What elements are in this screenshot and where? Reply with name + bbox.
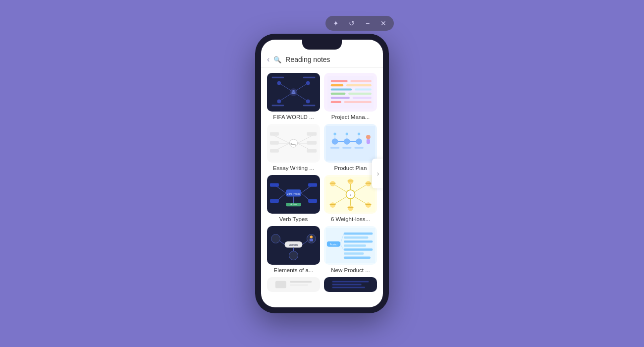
svg-point-49 <box>366 135 371 139</box>
chevron-right-icon: › <box>377 170 379 177</box>
svg-rect-17 <box>351 80 372 82</box>
title-bar: ✦ ↺ − ✕ <box>325 16 394 31</box>
svg-point-10 <box>306 100 310 104</box>
svg-point-53 <box>358 132 360 135</box>
list-item[interactable] <box>267 277 320 294</box>
svg-rect-93 <box>365 204 372 205</box>
svg-rect-20 <box>331 88 352 90</box>
svg-rect-121 <box>290 284 308 286</box>
card-label-essay: Essay Writing ... <box>267 165 320 171</box>
new-product-diagram: Product <box>326 228 375 263</box>
svg-rect-110 <box>344 236 368 238</box>
minimize-icon[interactable]: − <box>363 19 372 28</box>
svg-rect-113 <box>344 248 373 250</box>
svg-rect-38 <box>307 132 317 136</box>
svg-rect-36 <box>270 149 279 153</box>
weight-diagram: 1 <box>326 177 375 212</box>
list-item[interactable]: Elements <box>267 226 320 273</box>
svg-rect-42 <box>307 149 317 153</box>
fifa-diagram <box>267 73 320 112</box>
star-icon[interactable]: ✦ <box>331 19 340 28</box>
svg-rect-66 <box>270 199 279 203</box>
list-item[interactable]: Project Mana... <box>324 73 377 120</box>
svg-rect-123 <box>332 281 369 283</box>
svg-rect-91 <box>347 180 354 181</box>
svg-point-8 <box>306 81 310 85</box>
svg-rect-70 <box>308 199 317 203</box>
card-label-new-product: New Product ... <box>324 267 377 273</box>
svg-text:Action: Action <box>290 203 297 206</box>
window-container: ✦ ↺ − ✕ › ‹ 🔍 Reading notes <box>255 34 389 313</box>
card-thumbnail-project <box>324 73 377 112</box>
close-icon[interactable]: ✕ <box>379 19 388 28</box>
svg-rect-13 <box>272 105 284 106</box>
list-item[interactable]: Product Plan <box>324 124 377 171</box>
svg-rect-14 <box>303 105 315 106</box>
card-thumbnail-essay: Essay <box>267 124 320 163</box>
svg-rect-94 <box>347 207 354 208</box>
svg-rect-34 <box>270 141 279 145</box>
svg-point-82 <box>366 181 371 186</box>
svg-rect-21 <box>355 88 372 90</box>
svg-rect-111 <box>344 240 373 242</box>
svg-point-86 <box>348 179 353 184</box>
svg-point-88 <box>348 205 353 211</box>
search-bar: ‹ 🔍 Reading notes <box>261 52 383 68</box>
list-item[interactable]: Product <box>324 226 377 273</box>
card-thumbnail-elements: Elements <box>267 226 320 265</box>
svg-rect-32 <box>270 132 279 136</box>
svg-rect-25 <box>353 97 372 99</box>
svg-text:Verb Types: Verb Types <box>287 192 300 195</box>
svg-text:Elements: Elements <box>289 244 298 246</box>
history-icon[interactable]: ↺ <box>347 19 356 28</box>
card-thumbnail-fifa <box>267 73 320 112</box>
scroll-indicator[interactable]: › <box>372 159 383 188</box>
svg-rect-22 <box>331 93 346 95</box>
list-item[interactable] <box>324 277 377 294</box>
svg-rect-40 <box>307 141 317 145</box>
svg-rect-119 <box>275 281 286 289</box>
svg-point-51 <box>333 132 336 135</box>
svg-rect-18 <box>331 84 343 86</box>
card-label-weight: 6 Weight-loss... <box>324 216 377 222</box>
list-item[interactable]: 1 <box>324 175 377 222</box>
card-thumbnail-verb: Verb Types <box>267 175 320 214</box>
svg-rect-124 <box>332 284 362 286</box>
card-thumbnail-weight: 1 <box>324 175 377 214</box>
svg-rect-102 <box>310 239 313 241</box>
svg-rect-11 <box>272 77 284 78</box>
svg-rect-68 <box>308 183 317 187</box>
back-button[interactable]: ‹ <box>267 56 269 63</box>
svg-rect-27 <box>344 101 372 103</box>
svg-point-9 <box>277 100 281 104</box>
svg-point-46 <box>344 138 350 145</box>
essay-diagram: Essay <box>269 126 318 161</box>
svg-rect-19 <box>346 84 372 86</box>
list-item[interactable]: Essay <box>267 124 320 171</box>
svg-rect-109 <box>344 232 373 234</box>
card-label-project: Project Mana... <box>324 114 377 120</box>
list-item[interactable]: Verb Types <box>267 175 320 222</box>
svg-point-100 <box>289 251 298 260</box>
svg-point-44 <box>332 138 338 145</box>
svg-point-52 <box>346 132 348 135</box>
svg-rect-120 <box>290 281 312 283</box>
svg-rect-16 <box>331 80 348 82</box>
svg-point-78 <box>330 181 335 186</box>
svg-rect-24 <box>331 97 350 99</box>
svg-point-48 <box>356 138 362 145</box>
svg-rect-115 <box>344 256 371 258</box>
svg-rect-50 <box>367 139 370 144</box>
elements-diagram: Elements <box>269 228 318 263</box>
svg-point-101 <box>310 235 313 238</box>
svg-rect-58 <box>342 147 351 149</box>
card-label-elements: Elements of a... <box>267 267 320 273</box>
svg-point-7 <box>277 81 281 85</box>
list-item[interactable]: FIFA WORLD ... <box>267 73 320 120</box>
search-input[interactable]: Reading notes <box>285 56 377 63</box>
svg-rect-23 <box>348 93 372 95</box>
notes-grid: FIFA WORLD ... <box>261 68 383 299</box>
svg-rect-59 <box>355 147 364 149</box>
screen-content: ‹ 🔍 Reading notes <box>261 40 383 307</box>
card-label-product-plan: Product Plan <box>324 165 377 171</box>
